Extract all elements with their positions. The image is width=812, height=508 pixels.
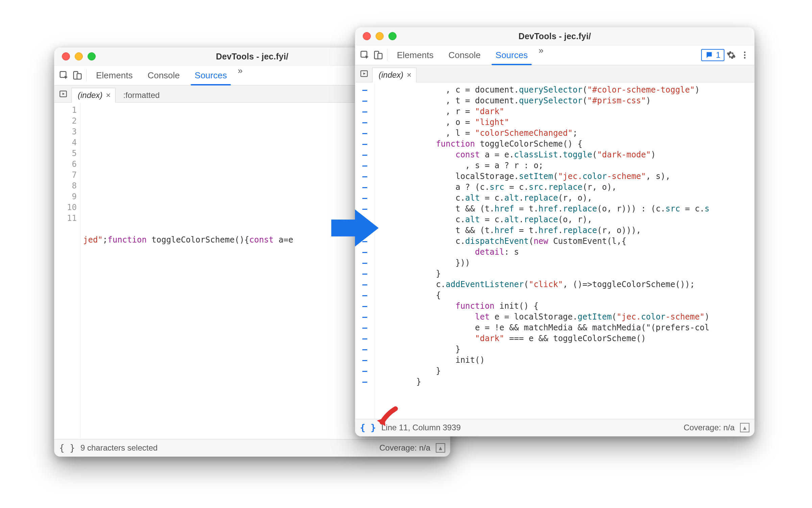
zoom-window-button[interactable] — [88, 52, 96, 60]
coverage-status: Coverage: n/a — [379, 443, 430, 453]
show-drawer-icon[interactable]: ▴ — [740, 423, 749, 432]
inspect-element-icon[interactable] — [57, 69, 71, 82]
status-bar: { } 9 characters selected Coverage: n/a … — [54, 439, 450, 456]
svg-point-10 — [744, 57, 746, 59]
show-drawer-icon[interactable]: ▴ — [436, 443, 445, 453]
line-number-gutter: 1 2 3 4 5 6 7 8 9 10 11 — [54, 103, 80, 439]
titlebar: DevTools - jec.fyi/ — [355, 27, 754, 45]
window-title: DevTools - jec.fyi/ — [519, 31, 591, 41]
close-file-tab-button[interactable]: × — [106, 91, 111, 100]
pretty-print-icon[interactable]: { } — [360, 423, 376, 433]
svg-rect-2 — [77, 74, 81, 79]
zoom-window-button[interactable] — [388, 32, 397, 40]
tab-console[interactable]: Console — [441, 45, 488, 65]
inspect-element-icon[interactable] — [358, 48, 372, 62]
tab-sources[interactable]: Sources — [488, 45, 535, 65]
fold-gutter: ––––––– ––––––– ––––––– ––––––– — [355, 82, 375, 419]
device-toolbar-icon[interactable] — [71, 69, 84, 82]
minimize-window-button[interactable] — [75, 52, 83, 60]
svg-rect-7 — [378, 53, 382, 59]
tab-elements[interactable]: Elements — [389, 45, 441, 65]
more-tabs-button[interactable]: » — [234, 66, 246, 85]
pretty-print-icon[interactable]: { } — [59, 443, 75, 453]
settings-icon[interactable] — [724, 48, 738, 62]
svg-point-8 — [744, 52, 746, 53]
code-content[interactable]: jed";function toggleColorScheme(){const … — [80, 103, 293, 439]
file-tab-index[interactable]: (index) × — [71, 88, 116, 103]
file-tab-label: (index) — [379, 70, 403, 80]
close-file-tab-button[interactable]: × — [407, 70, 411, 80]
svg-point-9 — [744, 54, 746, 56]
close-window-button[interactable] — [363, 32, 371, 40]
more-tabs-button[interactable]: » — [535, 45, 547, 65]
more-options-icon[interactable] — [738, 48, 751, 62]
show-navigator-icon[interactable] — [56, 90, 70, 98]
file-tab-index[interactable]: (index) × — [372, 68, 416, 82]
issues-count: 1 — [716, 50, 720, 60]
svg-marker-4 — [63, 93, 65, 95]
cursor-position: Line 11, Column 3939 — [381, 423, 461, 432]
tab-console[interactable]: Console — [140, 66, 187, 85]
device-toolbar-icon[interactable] — [372, 48, 385, 62]
status-message: 9 characters selected — [80, 443, 158, 453]
tab-sources[interactable]: Sources — [187, 66, 234, 85]
code-content[interactable]: , c = document.querySelector("#color-sch… — [375, 82, 710, 419]
issues-button[interactable]: 1 — [701, 49, 724, 61]
show-navigator-icon[interactable] — [357, 69, 371, 78]
window-title: DevTools - jec.fyi/ — [216, 52, 289, 61]
coverage-status: Coverage: n/a — [684, 423, 735, 432]
file-tab-formatted[interactable]: :formatted — [117, 88, 164, 102]
minimize-window-button[interactable] — [376, 32, 384, 40]
source-editor[interactable]: ––––––– ––––––– ––––––– ––––––– , c = do… — [355, 82, 754, 419]
svg-marker-12 — [363, 73, 366, 75]
file-tab-bar: (index) × — [355, 65, 754, 82]
devtools-window-right: DevTools - jec.fyi/ Elements Console Sou… — [355, 27, 755, 436]
status-bar: { } Line 11, Column 3939 Coverage: n/a ▴ — [355, 419, 754, 436]
panel-toolbar: Elements Console Sources » 1 — [355, 45, 754, 65]
file-tab-label: (index) — [78, 91, 102, 100]
tab-elements[interactable]: Elements — [89, 66, 140, 85]
close-window-button[interactable] — [62, 52, 70, 60]
